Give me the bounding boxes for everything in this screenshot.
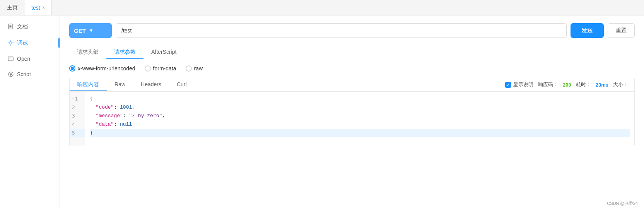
response-section: 响应内容 Raw Headers Curl ✓ 显示说明 响应码： 200 耗时… (69, 78, 635, 146)
radio-urlencoded[interactable]: x-www-form-urlencoded (69, 65, 135, 72)
request-tabs: 请求头部 请求参数 AfterScript (69, 46, 635, 59)
request-bar: GET ▼ 发送 重置 (69, 23, 635, 38)
tab-response-body[interactable]: 响应内容 (70, 78, 107, 91)
time-label: 耗时： (576, 81, 591, 88)
sidebar-debug-label: 调试 (17, 39, 28, 46)
status-code: 200 (563, 82, 571, 88)
tab-test[interactable]: test × (25, 0, 52, 15)
code-editor: ▾ 1 2 3 4 5 { (70, 92, 634, 146)
code-content[interactable]: { "code": 1001, "message": "/ by zero", … (85, 92, 634, 146)
response-tabs: 响应内容 Raw Headers Curl (70, 78, 499, 91)
radio-raw-indicator (186, 65, 192, 72)
show-desc-label[interactable]: ✓ 显示说明 (505, 81, 533, 88)
line-num-4: 4 (70, 120, 85, 129)
tab-response-headers[interactable]: Headers (133, 78, 169, 91)
line-num-5: 5 (70, 129, 85, 137)
radio-formdata[interactable]: form-data (145, 65, 176, 72)
sidebar-item-open[interactable]: Open (0, 51, 60, 66)
method-label: GET (74, 27, 86, 34)
response-header: 响应内容 Raw Headers Curl ✓ 显示说明 响应码： 200 耗时… (70, 78, 634, 92)
reset-button[interactable]: 重置 (608, 23, 635, 38)
line-number-4: 4 (72, 120, 75, 129)
tab-test-label: test (31, 5, 40, 11)
tab-afterscript[interactable]: AfterScript (143, 46, 184, 59)
sidebar-docs-label: 文档 (17, 23, 28, 30)
sidebar-item-debug[interactable]: 调试 (0, 35, 60, 51)
sidebar: 文档 调试 Open Script (0, 15, 60, 208)
method-select[interactable]: GET ▼ (69, 23, 112, 38)
line-num-1: ▾ 1 (70, 95, 85, 103)
footer-bar: CSDN @张乔24 (601, 199, 644, 208)
code-line-1: { (90, 95, 630, 103)
tab-home[interactable]: 主页 (0, 0, 25, 15)
time-value: 23ms (596, 82, 608, 88)
show-desc-text: 显示说明 (513, 81, 533, 88)
footer-text: CSDN @张乔24 (607, 201, 638, 206)
radio-urlencoded-label: x-www-form-urlencoded (78, 65, 135, 72)
sidebar-item-script[interactable]: Script (0, 66, 60, 82)
open-icon (8, 56, 14, 62)
sidebar-script-label: Script (17, 71, 31, 77)
size-label: 大小： (613, 81, 628, 88)
tab-request-params[interactable]: 请求参数 (106, 46, 143, 59)
radio-raw-label: raw (194, 65, 203, 72)
fold-arrow-1: ▾ (72, 95, 74, 103)
tab-bar: 主页 test × (0, 0, 644, 15)
docs-icon (8, 24, 14, 30)
radio-formdata-indicator (145, 65, 151, 72)
tab-close-icon[interactable]: × (43, 5, 45, 10)
script-icon (8, 71, 14, 77)
code-line-2: "code": 1001, (90, 103, 630, 112)
sidebar-open-label: Open (17, 56, 30, 62)
sidebar-item-docs[interactable]: 文档 (0, 19, 60, 35)
tab-request-headers[interactable]: 请求头部 (69, 46, 106, 59)
send-button[interactable]: 发送 (571, 23, 604, 38)
line-numbers: ▾ 1 2 3 4 5 (70, 92, 85, 146)
tab-response-curl[interactable]: Curl (169, 78, 195, 91)
code-line-4: "data": null (90, 120, 630, 129)
encoding-radio-group: x-www-form-urlencoded form-data raw (69, 65, 635, 72)
code-line-5: } (90, 129, 630, 137)
main-layout: 文档 调试 Open Script GET ▼ (0, 15, 644, 208)
line-number-2: 2 (72, 103, 75, 112)
svg-point-4 (10, 42, 12, 44)
line-num-2: 2 (70, 103, 85, 112)
radio-raw[interactable]: raw (186, 65, 203, 72)
radio-formdata-label: form-data (153, 65, 176, 72)
debug-icon (8, 40, 14, 46)
method-arrow: ▼ (89, 28, 94, 33)
show-desc-checkbox[interactable]: ✓ (505, 82, 511, 88)
svg-rect-9 (8, 57, 13, 61)
tab-response-raw[interactable]: Raw (107, 78, 133, 91)
url-input[interactable] (116, 23, 567, 38)
radio-urlencoded-indicator (69, 65, 75, 72)
line-num-3: 3 (70, 112, 85, 120)
content-area: GET ▼ 发送 重置 请求头部 请求参数 AfterScript x-www-… (60, 15, 644, 208)
line-number-5: 5 (72, 129, 75, 137)
line-number-1: 1 (75, 95, 78, 103)
line-number-3: 3 (72, 112, 75, 120)
response-meta: ✓ 显示说明 响应码： 200 耗时： 23ms 大小： (499, 81, 634, 88)
code-line-3: "message": "/ by zero", (90, 112, 630, 120)
status-label: 响应码： (538, 81, 558, 88)
